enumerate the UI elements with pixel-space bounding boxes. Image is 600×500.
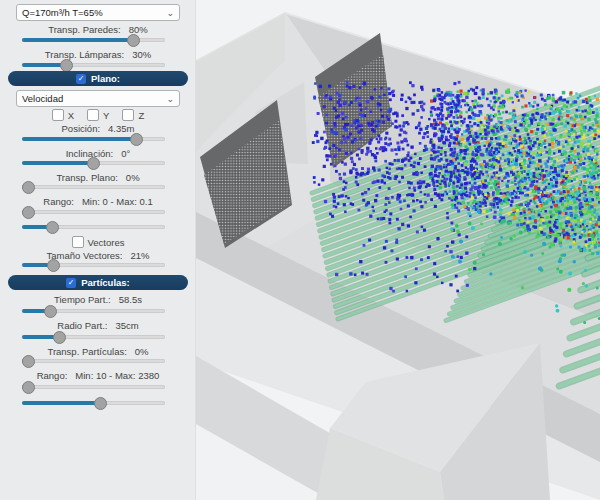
- axis-x-checkbox[interactable]: [52, 109, 64, 121]
- axis-y-checkbox[interactable]: [87, 109, 99, 121]
- plano-header-label: Plano:: [91, 73, 120, 84]
- rango-plano-max-slider[interactable]: [22, 221, 165, 234]
- slider-handle[interactable]: [127, 34, 140, 47]
- vectores-row: Vectores: [0, 236, 196, 248]
- slider-handle[interactable]: [87, 157, 100, 170]
- axis-z-checkbox[interactable]: [122, 109, 134, 121]
- chevron-down-icon: ⌄: [166, 92, 174, 107]
- vectores-checkbox[interactable]: [72, 236, 84, 248]
- slider-handle[interactable]: [22, 181, 35, 194]
- axis-x-option[interactable]: X: [52, 109, 74, 121]
- flow-rate-select[interactable]: Q=170m³/h T=65% ⌄: [16, 4, 180, 21]
- axis-y-option[interactable]: Y: [87, 109, 109, 121]
- scene-canvas[interactable]: [196, 0, 600, 500]
- vectores-option[interactable]: Vectores: [72, 236, 125, 248]
- inclinacion-slider[interactable]: [22, 157, 165, 170]
- plano-checkbox[interactable]: ✓: [76, 74, 86, 84]
- viewport-3d[interactable]: [196, 0, 600, 500]
- particulas-header-label: Partículas:: [81, 277, 130, 288]
- axis-z-option[interactable]: Z: [122, 109, 144, 121]
- slider-handle[interactable]: [22, 355, 35, 368]
- slider-handle[interactable]: [22, 381, 35, 394]
- transp-plano-slider[interactable]: [22, 181, 165, 194]
- slider-handle[interactable]: [46, 221, 59, 234]
- rango-part-max-slider[interactable]: [22, 397, 165, 410]
- tiempo-part-slider[interactable]: [22, 305, 165, 318]
- rango-part-min-slider[interactable]: [22, 381, 165, 394]
- tiempo-part-label: Tiempo Part.:58.5s: [0, 294, 196, 305]
- rango-part-label: Rango:Min: 10 - Max: 2380: [0, 370, 196, 381]
- slider-handle[interactable]: [53, 331, 66, 344]
- axis-checkbox-row: X Y Z: [0, 109, 196, 121]
- tamano-vectores-slider[interactable]: [22, 259, 165, 272]
- transp-particulas-slider[interactable]: [22, 355, 165, 368]
- plane-variable-select[interactable]: Velocidad ⌄: [16, 90, 180, 107]
- slider-handle[interactable]: [130, 133, 143, 146]
- plane-variable-select-value: Velocidad: [22, 93, 63, 104]
- chevron-down-icon: ⌄: [166, 6, 174, 21]
- particulas-section-header[interactable]: ✓ Partículas:: [8, 275, 188, 290]
- slider-handle[interactable]: [94, 397, 107, 410]
- slider-handle[interactable]: [44, 305, 57, 318]
- radio-part-label: Radio Part.:35cm: [0, 320, 196, 331]
- control-sidebar: Q=170m³/h T=65% ⌄ Transp. Paredes:80% Tr…: [0, 0, 196, 500]
- flow-rate-select-value: Q=170m³/h T=65%: [22, 7, 103, 18]
- particulas-checkbox[interactable]: ✓: [66, 278, 76, 288]
- plano-section-header[interactable]: ✓ Plano:: [8, 71, 188, 86]
- radio-part-slider[interactable]: [22, 331, 165, 344]
- slider-handle[interactable]: [22, 206, 35, 219]
- transp-paredes-slider[interactable]: [22, 34, 165, 47]
- posicion-slider[interactable]: [22, 133, 165, 146]
- rango-plano-min-slider[interactable]: [22, 206, 165, 219]
- slider-handle[interactable]: [47, 259, 60, 272]
- simulation-app: Q=170m³/h T=65% ⌄ Transp. Paredes:80% Tr…: [0, 0, 600, 500]
